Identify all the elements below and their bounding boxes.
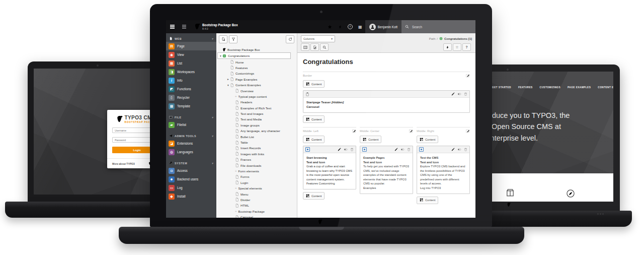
module-item-languages[interactable]: ◍Languages — [166, 148, 216, 156]
add-content-button[interactable]: Content — [417, 197, 438, 204]
visibility-toggle-icon[interactable] — [457, 92, 461, 96]
layout-view-button[interactable] — [301, 43, 309, 51]
tree-node[interactable]: Images with links — [217, 151, 295, 157]
tree-node[interactable]: Headers — [217, 99, 295, 105]
section-file[interactable]: FILE ▾ — [166, 114, 216, 120]
tree-node[interactable]: ÷Typical page content — [217, 94, 295, 99]
tree-node[interactable]: Forms — [217, 174, 295, 179]
module-item-install[interactable]: ◆Install — [166, 192, 216, 201]
module-item-template[interactable]: ▩Template — [166, 102, 216, 110]
delete-icon[interactable] — [464, 148, 467, 151]
nav-item-content-examples[interactable]: CONTENT EXAMPLES — [598, 86, 613, 89]
tree-node[interactable]: Text and Media — [217, 116, 295, 122]
add-content-button[interactable]: Content — [303, 80, 325, 88]
filter-button[interactable] — [229, 35, 237, 43]
caret-down-icon[interactable]: ▾ — [219, 54, 222, 57]
menu-toggle-button[interactable] — [166, 20, 178, 33]
tree-node[interactable]: Login — [217, 180, 295, 185]
new-page-button[interactable] — [219, 35, 227, 43]
visibility-toggle-icon[interactable] — [457, 148, 461, 151]
edit-icon[interactable] — [394, 148, 398, 151]
help-button[interactable]: ? — [345, 20, 355, 33]
tree-node[interactable]: Features — [217, 65, 295, 71]
tree-node[interactable]: Image groups — [217, 122, 295, 128]
tree-node[interactable]: HTML — [217, 203, 295, 208]
delete-icon[interactable] — [464, 92, 467, 96]
user-menu[interactable]: Benjamin Kott — [365, 20, 401, 33]
section-system[interactable]: SYSTEM ▾ — [166, 160, 216, 166]
content-element-preview[interactable]: Start browsing Text and Icon Grab a cup … — [303, 153, 356, 189]
content-element-preview[interactable]: Startpage Teaser [Hidden] Carousel — [303, 98, 469, 112]
edit-column-icon[interactable] — [466, 129, 470, 133]
tree-node-page-examples[interactable]: ▸Page Examples — [217, 77, 295, 82]
search-input[interactable] — [411, 25, 458, 29]
add-content-button[interactable]: Content — [303, 115, 325, 123]
tree-node[interactable]: Insert Records — [217, 145, 295, 151]
search-page-button[interactable] — [320, 43, 329, 51]
tree-node[interactable]: Text and Images — [217, 111, 295, 116]
caret-right-icon[interactable]: ▸ — [226, 78, 230, 81]
refresh-tree-button[interactable] — [286, 35, 294, 43]
add-content-button[interactable]: Content — [303, 192, 325, 200]
module-item-recycler[interactable]: ▯Recycler — [166, 93, 216, 102]
module-item-info[interactable]: iInfo — [166, 76, 216, 85]
help-button[interactable]: ? — [462, 43, 471, 51]
edit-column-icon[interactable] — [352, 129, 356, 133]
module-item-extensions[interactable]: ◪Extensions — [166, 139, 216, 148]
edit-column-icon[interactable] — [409, 129, 413, 133]
add-content-button[interactable]: Content — [303, 136, 325, 143]
edit-icon[interactable] — [451, 148, 455, 151]
tree-node[interactable]: Customizings — [217, 71, 295, 76]
module-item-view[interactable]: ◉View — [166, 50, 216, 59]
content-element-preview[interactable]: Test the CMS Text and Icon Explore TYPO3… — [417, 153, 469, 194]
module-item-page[interactable]: ▤Page — [166, 42, 216, 50]
tree-node-congratulations[interactable]: ▾Congratulations — [217, 52, 291, 59]
tree-node[interactable]: ÷Special elements — [217, 185, 295, 191]
bookmarks-button[interactable] — [325, 20, 335, 33]
add-content-button[interactable]: Content — [360, 136, 381, 143]
visibility-toggle-icon[interactable] — [344, 148, 348, 151]
tree-node[interactable]: Any language, any character — [217, 128, 295, 134]
module-item-functions[interactable]: ◩Functions — [166, 85, 216, 93]
nav-item-features[interactable]: FEATURES — [518, 86, 533, 89]
tree-node[interactable]: Home — [217, 59, 295, 65]
topbar-search[interactable] — [401, 20, 475, 33]
delete-icon[interactable] — [407, 148, 411, 151]
section-admin-tools[interactable]: ADMIN TOOLS ▾ — [166, 133, 216, 139]
module-item-access[interactable]: ◘Access — [166, 166, 216, 175]
add-content-button[interactable]: Content — [417, 136, 438, 143]
edit-icon[interactable] — [338, 148, 341, 151]
tree-node[interactable]: Overview — [217, 88, 295, 93]
section-web[interactable]: WEB ▾ — [166, 35, 216, 42]
columns-dropdown[interactable]: Columns ▾ — [301, 35, 335, 42]
content-element-preview[interactable]: Example Pages Text and Icon To help get … — [360, 153, 413, 194]
tree-node[interactable]: ÷Bootstrap Package — [217, 209, 295, 214]
tree-node[interactable]: ÷Form elements — [217, 168, 295, 174]
visibility-toggle-icon[interactable] — [400, 148, 405, 151]
module-item-log[interactable]: ▭Log — [166, 183, 216, 192]
tree-node[interactable]: Examples of Rich Text — [217, 105, 295, 111]
app-grid-button[interactable]: ▦ — [355, 20, 365, 33]
tree-toggle-button[interactable] — [178, 20, 190, 33]
tree-node[interactable]: Bullet List — [217, 134, 295, 139]
tree-node[interactable]: Frames — [217, 157, 295, 162]
tree-node[interactable]: Divider — [217, 197, 295, 203]
tree-node[interactable]: File downloads — [217, 162, 295, 168]
tree-node[interactable]: Table — [217, 140, 295, 145]
module-item-backend-users[interactable]: ☻Backend users — [166, 175, 216, 183]
nav-item-page-examples[interactable]: PAGE EXAMPLES — [568, 86, 591, 89]
clear-cache-button[interactable] — [335, 20, 345, 33]
bookmark-button[interactable]: ☆ — [453, 43, 461, 51]
delete-icon[interactable] — [350, 148, 354, 151]
tree-node-content-examples[interactable]: ▾Content Examples — [217, 82, 295, 88]
module-item-workspaces[interactable]: ◨Workspaces — [166, 68, 216, 76]
caret-down-icon[interactable]: ▾ — [226, 84, 230, 87]
more-about-link[interactable]: More about TYPO3 — [112, 162, 135, 165]
module-item-filelist[interactable]: ▰Filelist — [166, 120, 216, 129]
tree-node[interactable]: Carousel — [217, 214, 295, 218]
tree-node[interactable]: Menu — [217, 191, 295, 197]
module-item-list[interactable]: ▦List — [166, 59, 216, 68]
edit-column-icon[interactable] — [466, 74, 470, 78]
nav-item-customizings[interactable]: CUSTOMIZINGS — [540, 86, 561, 89]
tree-root[interactable]: Bootstrap Package Box — [217, 47, 295, 52]
